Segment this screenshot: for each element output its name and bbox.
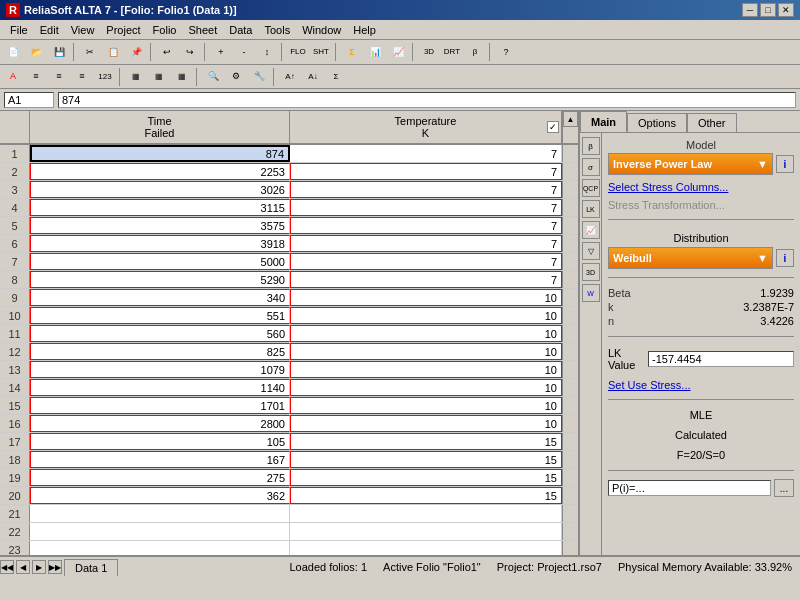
- cell-temp[interactable]: 15: [290, 487, 562, 504]
- cell-temp[interactable]: 7: [290, 181, 562, 198]
- window-controls[interactable]: ─ □ ✕: [742, 3, 794, 17]
- 3d-icon-btn[interactable]: 3D: [582, 263, 600, 281]
- menu-view[interactable]: View: [65, 22, 101, 38]
- menu-help[interactable]: Help: [347, 22, 382, 38]
- formula-input[interactable]: [58, 92, 796, 108]
- del-row-button[interactable]: -: [233, 42, 255, 62]
- col-temp-checkbox[interactable]: ✓: [547, 121, 559, 133]
- tb2-btn2[interactable]: ≡: [25, 67, 47, 87]
- cell-time[interactable]: 551: [30, 307, 290, 324]
- sheet-nav-left-left[interactable]: ◀◀: [0, 560, 14, 574]
- calculate-button[interactable]: Σ: [341, 42, 363, 62]
- cell-time[interactable]: 3115: [30, 199, 290, 216]
- sheet-nav-left[interactable]: ◀: [16, 560, 30, 574]
- cell-time[interactable]: 1079: [30, 361, 290, 378]
- sheet-btn[interactable]: SHT: [310, 42, 332, 62]
- menu-folio[interactable]: Folio: [147, 22, 183, 38]
- redo-button[interactable]: ↪: [179, 42, 201, 62]
- copy-button[interactable]: 📋: [102, 42, 124, 62]
- word-icon-btn[interactable]: W: [582, 284, 600, 302]
- cell-temp[interactable]: 7: [290, 199, 562, 216]
- pi-dots-button[interactable]: ...: [774, 479, 794, 497]
- tb2-btn5[interactable]: 123: [94, 67, 116, 87]
- new-button[interactable]: 📄: [2, 42, 24, 62]
- tb2-btn14[interactable]: Σ: [325, 67, 347, 87]
- cell-time[interactable]: 2800: [30, 415, 290, 432]
- scroll-top-btn[interactable]: ▲: [562, 111, 578, 143]
- maximize-button[interactable]: □: [760, 3, 776, 17]
- cell-time[interactable]: 5000: [30, 253, 290, 270]
- undo-button[interactable]: ↩: [156, 42, 178, 62]
- cell-time[interactable]: 2253: [30, 163, 290, 180]
- save-button[interactable]: 💾: [48, 42, 70, 62]
- tab-options[interactable]: Options: [627, 113, 687, 132]
- cell-time[interactable]: 275: [30, 469, 290, 486]
- sheet-tab-data1[interactable]: Data 1: [64, 559, 118, 576]
- cell-time[interactable]: 5290: [30, 271, 290, 288]
- 3d-button[interactable]: 3D: [418, 42, 440, 62]
- minimize-button[interactable]: ─: [742, 3, 758, 17]
- cell-time[interactable]: 1701: [30, 397, 290, 414]
- tb2-btn6[interactable]: ▦: [125, 67, 147, 87]
- cell-time[interactable]: 874: [30, 145, 290, 162]
- insert-button[interactable]: ↕: [256, 42, 278, 62]
- model-icon-btn[interactable]: β: [582, 137, 600, 155]
- tab-other[interactable]: Other: [687, 113, 737, 132]
- model-info-button[interactable]: i: [776, 155, 794, 173]
- menu-file[interactable]: File: [4, 22, 34, 38]
- cell-temp[interactable]: [290, 541, 562, 555]
- tb2-btn11[interactable]: 🔧: [248, 67, 270, 87]
- cell-time[interactable]: 3918: [30, 235, 290, 252]
- folio-btn[interactable]: FLO: [287, 42, 309, 62]
- cell-time[interactable]: 560: [30, 325, 290, 342]
- sheet-nav-right[interactable]: ▶: [32, 560, 46, 574]
- tb2-btn12[interactable]: A↑: [279, 67, 301, 87]
- cell-time[interactable]: 362: [30, 487, 290, 504]
- cell-time[interactable]: 3026: [30, 181, 290, 198]
- tab-main[interactable]: Main: [580, 111, 627, 132]
- tb2-btn8[interactable]: ▦: [171, 67, 193, 87]
- menu-sheet[interactable]: Sheet: [182, 22, 223, 38]
- cell-time[interactable]: 1140: [30, 379, 290, 396]
- menu-window[interactable]: Window: [296, 22, 347, 38]
- close-button[interactable]: ✕: [778, 3, 794, 17]
- set-use-stress-link[interactable]: Set Use Stress...: [608, 379, 691, 391]
- distribution-dropdown[interactable]: Weibull ▼: [608, 247, 773, 269]
- cell-time[interactable]: 167: [30, 451, 290, 468]
- dist-info-button[interactable]: i: [776, 249, 794, 267]
- tb2-btn3[interactable]: ≡: [48, 67, 70, 87]
- cell-temp[interactable]: [290, 523, 562, 540]
- drt-button[interactable]: DRT: [441, 42, 463, 62]
- cell-reference[interactable]: [4, 92, 54, 108]
- menu-data[interactable]: Data: [223, 22, 258, 38]
- tb2-btn1[interactable]: A: [2, 67, 24, 87]
- cell-temp[interactable]: 10: [290, 307, 562, 324]
- cell-temp[interactable]: 15: [290, 469, 562, 486]
- plot-icon-btn[interactable]: 📈: [582, 221, 600, 239]
- add-row-button[interactable]: +: [210, 42, 232, 62]
- tb2-btn9[interactable]: 🔍: [202, 67, 224, 87]
- tb2-btn4[interactable]: ≡: [71, 67, 93, 87]
- cell-temp[interactable]: 7: [290, 253, 562, 270]
- cell-temp[interactable]: 7: [290, 235, 562, 252]
- cell-temp[interactable]: 15: [290, 433, 562, 450]
- pi-input[interactable]: [608, 480, 771, 496]
- cell-temp[interactable]: 10: [290, 325, 562, 342]
- help-button[interactable]: ?: [495, 42, 517, 62]
- tb2-btn13[interactable]: A↓: [302, 67, 324, 87]
- cell-time[interactable]: [30, 505, 290, 522]
- cell-temp[interactable]: 7: [290, 163, 562, 180]
- cell-temp[interactable]: 10: [290, 415, 562, 432]
- cell-time[interactable]: [30, 523, 290, 540]
- menu-edit[interactable]: Edit: [34, 22, 65, 38]
- lk-value-input[interactable]: [648, 351, 794, 367]
- cell-temp[interactable]: [290, 505, 562, 522]
- paste-button[interactable]: 📌: [125, 42, 147, 62]
- cell-time[interactable]: 340: [30, 289, 290, 306]
- cell-temp[interactable]: 7: [290, 271, 562, 288]
- cell-temp[interactable]: 10: [290, 397, 562, 414]
- cell-time[interactable]: 3575: [30, 217, 290, 234]
- cell-temp[interactable]: 7: [290, 217, 562, 234]
- sheet-nav-right-right[interactable]: ▶▶: [48, 560, 62, 574]
- model-dropdown[interactable]: Inverse Power Law ▼: [608, 153, 773, 175]
